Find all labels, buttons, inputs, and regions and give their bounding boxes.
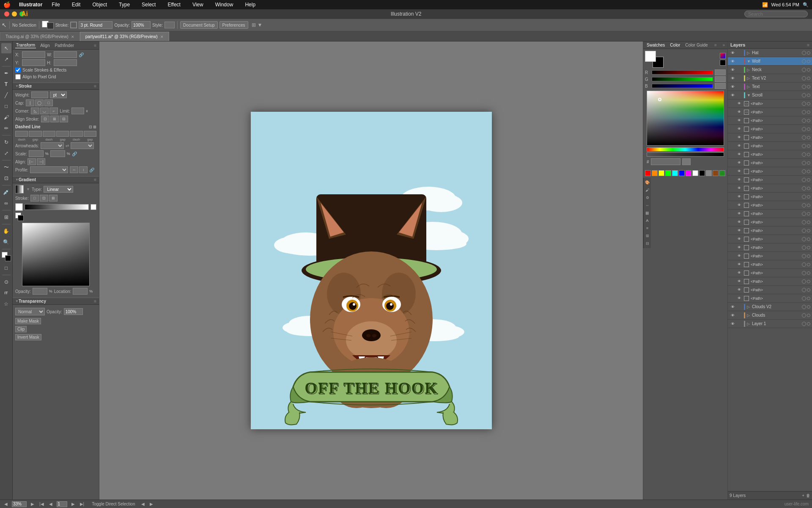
cap-round[interactable]: ◯ [35, 99, 44, 106]
weight-unit-select[interactable]: ptpx [50, 91, 67, 98]
next-art-icon[interactable]: ▶ [149, 502, 154, 506]
layer-eye-hat[interactable]: 👁 [730, 50, 735, 56]
target-p23[interactable] [802, 288, 806, 292]
expand-clouds[interactable]: ▷ [747, 313, 751, 318]
more-icon[interactable]: ▼ [258, 22, 263, 28]
canvas-area[interactable]: OFF THE HOOK OFF THE HOOK [99, 41, 643, 500]
transform-menu-icon[interactable]: ≡ [94, 43, 96, 48]
document-setup-button[interactable]: Document Setup [180, 21, 218, 29]
gap3[interactable] [84, 131, 96, 137]
profile-select[interactable] [30, 166, 68, 173]
target-p13[interactable] [802, 203, 806, 207]
swatches-tab[interactable]: Swatches [646, 42, 666, 48]
limit-input[interactable] [71, 108, 84, 114]
transparency-menu-icon[interactable]: ≡ [94, 299, 96, 304]
eyedropper-tool[interactable]: 💉 [1, 187, 11, 197]
lock-clouds-v2[interactable] [736, 304, 742, 310]
gradient-location-input[interactable] [73, 288, 88, 295]
menu-file[interactable]: File [49, 1, 62, 8]
y-input[interactable] [22, 59, 45, 66]
eye-p23[interactable]: 👁 [736, 287, 742, 293]
make-mask-button[interactable]: Make Mask [15, 318, 41, 324]
target-p6[interactable] [802, 144, 806, 148]
layer-clouds[interactable]: 👁 ▷ Clouds [728, 311, 812, 320]
swatch-cyan[interactable] [672, 170, 678, 176]
tab-partywolf[interactable]: partywolf11.ai* @ 33% (RGB/Preview) ✕ [80, 32, 169, 41]
layer-eye-scroll[interactable]: 👁 [730, 92, 735, 98]
swatch-gray[interactable] [706, 170, 712, 176]
layer-eye-p3[interactable]: 👁 [736, 118, 742, 124]
color-picker-icon[interactable]: 🎨 [645, 179, 650, 185]
target-p18[interactable] [802, 246, 806, 250]
layer-1[interactable]: 👁 ▷ Layer 1 [728, 320, 812, 328]
hand-tool[interactable]: ✋ [1, 226, 11, 236]
layer-expand-text[interactable]: ▷ [747, 85, 751, 89]
expand-icon[interactable]: ↔ [645, 202, 650, 208]
layer-hat[interactable]: 👁 ▷ Hat [728, 49, 812, 57]
line-tool[interactable]: ╱ [1, 90, 11, 100]
next-page-icon[interactable]: ▶| [79, 502, 85, 506]
stroke-weight-input[interactable] [79, 21, 112, 29]
selection-tool-icon[interactable]: ↖ [2, 22, 7, 28]
apple-menu[interactable]: 🍎 [3, 1, 11, 8]
eye-p19[interactable]: 👁 [736, 253, 742, 259]
layer-eye-p4[interactable]: 👁 [736, 126, 742, 132]
menu-edit[interactable]: Edit [69, 1, 83, 8]
align-center[interactable]: ⊡ [41, 116, 49, 122]
color-guide-tab[interactable]: Color Guide [684, 42, 708, 48]
link-icon[interactable]: 🔗 [79, 52, 84, 57]
blend-mode-select[interactable]: Normal [15, 308, 45, 315]
eye-p21[interactable]: 👁 [736, 270, 742, 276]
layer-target-neck[interactable] [802, 68, 806, 72]
cap-square[interactable]: □ [44, 99, 53, 106]
gradient-icon[interactable]: ▦ [645, 210, 650, 216]
zoom-tool[interactable]: 🔍 [1, 237, 11, 247]
image-trace-btn[interactable]: IT [1, 288, 11, 298]
layer-eye-text[interactable]: 👁 [730, 84, 735, 90]
text-icon[interactable]: A [645, 218, 650, 224]
type-tool[interactable]: T [1, 79, 11, 89]
layer-expand-textv2[interactable]: ▷ [747, 76, 751, 80]
eye-p6[interactable]: 👁 [736, 143, 742, 149]
gradient-type-select[interactable]: Linear Radial [44, 186, 73, 193]
eye-p7[interactable]: 👁 [736, 152, 742, 157]
target-layer1[interactable] [802, 322, 806, 326]
swatch-forest[interactable] [719, 170, 725, 176]
warp-tool[interactable]: 〜 [1, 162, 11, 172]
page-input[interactable] [57, 501, 67, 507]
minimize-button[interactable] [12, 11, 17, 17]
r-slider[interactable] [652, 70, 713, 75]
target-clouds[interactable] [802, 313, 806, 318]
color-panel-menu-icon[interactable]: ≡ [714, 43, 717, 47]
dashed-line-header[interactable]: Dashed Line ⊡ ⊞ [15, 124, 96, 130]
eye-clouds[interactable]: 👁 [730, 312, 735, 318]
eye-layer1[interactable]: 👁 [730, 321, 735, 327]
gap2[interactable] [56, 131, 69, 137]
arrowhead-swap-icon[interactable]: ⇄ [66, 144, 69, 148]
arrowhead-end[interactable] [71, 142, 94, 149]
layers-menu-icon[interactable]: ≡ [807, 43, 809, 47]
eye-p8[interactable]: 👁 [736, 160, 742, 166]
layer-path-4[interactable]: 👁 <Path> [728, 125, 812, 133]
delete-layer-icon[interactable]: 🗑 [806, 493, 810, 498]
eye-p18[interactable]: 👁 [736, 245, 742, 251]
expand-layer1[interactable]: ▷ [747, 322, 751, 326]
layer-eye-p2[interactable]: 👁 [736, 109, 742, 115]
align-arrow-2[interactable]: →| [37, 158, 45, 165]
gradient-panel-header[interactable]: ▼ Gradient ≡ [13, 176, 99, 183]
scale-end-input[interactable] [50, 150, 65, 157]
layer-path-12[interactable]: 👁 <Path> [728, 193, 812, 201]
search-icon[interactable]: 🔍 [803, 2, 809, 8]
corner-miter[interactable]: ◺ [31, 108, 39, 114]
scale-link-icon[interactable]: 🔗 [72, 152, 77, 156]
layer-expand-neck[interactable]: ▷ [747, 68, 751, 72]
stroke-panel-header[interactable]: ▼ Stroke ≡ [13, 83, 99, 90]
gradient-opacity-input[interactable] [33, 288, 47, 295]
dash3[interactable] [70, 131, 82, 137]
swatch-blue[interactable] [679, 170, 685, 176]
corner-round[interactable]: ◡ [40, 108, 49, 114]
rect-tool[interactable]: □ [1, 101, 11, 111]
layer-expand-hat[interactable]: ▷ [747, 51, 751, 55]
pen-tool[interactable]: ✒ [1, 68, 11, 78]
target-p5[interactable] [802, 135, 806, 140]
